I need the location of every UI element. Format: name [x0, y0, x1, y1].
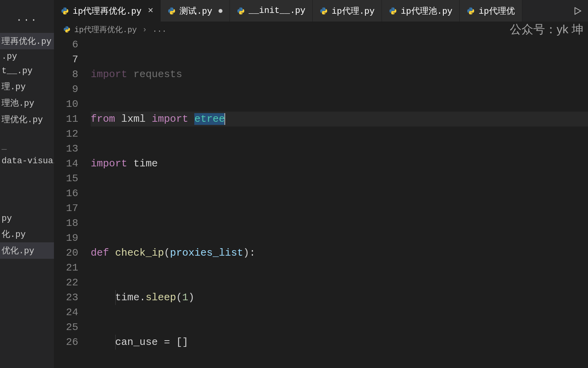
sidebar-item[interactable]: 理再优化.py — [0, 33, 54, 49]
tab-label: ip代理优 — [479, 5, 514, 17]
tab-active[interactable]: ip代理再优化.py × — [54, 0, 161, 22]
sidebar-item[interactable]: 理优化.py — [0, 111, 54, 128]
sidebar-item[interactable]: py — [0, 211, 54, 226]
tab[interactable]: 测试.py — [161, 0, 230, 22]
python-icon — [168, 7, 176, 15]
sidebar-item[interactable]: t__.py — [0, 64, 54, 78]
more-icon[interactable]: ··· — [0, 12, 54, 33]
tab-label: ip代理池.py — [401, 5, 452, 17]
sidebar-item[interactable]: 理池.py — [0, 95, 54, 111]
breadcrumb[interactable]: ip代理再优化.py › ... 公众号：yk 坤 — [54, 22, 588, 37]
chevron-right-icon: › — [142, 25, 147, 34]
close-icon[interactable]: × — [148, 5, 153, 16]
breadcrumb-more: ... — [152, 25, 167, 34]
sidebar-item[interactable]: .py — [0, 49, 54, 64]
sidebar-item[interactable]: _ — [0, 139, 54, 154]
code-content[interactable]: import requests from lxml import etree i… — [91, 37, 588, 368]
tab[interactable]: ip代理优 — [460, 0, 522, 22]
code-editor[interactable]: 67891011121314151617181920212223242526 i… — [54, 37, 588, 368]
tab[interactable]: ip代理.py — [313, 0, 382, 22]
watermark-text: 公众号：yk 坤 — [510, 22, 583, 38]
text-cursor — [224, 113, 225, 125]
sidebar-item[interactable]: data-visuali... — [0, 154, 54, 168]
python-icon — [63, 26, 70, 33]
tab[interactable]: ip代理池.py — [382, 0, 460, 22]
python-icon — [389, 7, 397, 15]
modified-dot-icon — [219, 9, 222, 13]
explorer-sidebar: ··· 理再优化.py .py t__.py 理.py 理池.py 理优化.py… — [0, 0, 54, 368]
sidebar-item[interactable]: 化.py — [0, 226, 54, 242]
tab-label: ip代理再优化.py — [73, 5, 142, 17]
tab-label: __init__.py — [249, 6, 305, 16]
tab[interactable]: __init__.py — [230, 0, 313, 22]
python-icon — [467, 7, 475, 15]
line-gutter: 67891011121314151617181920212223242526 — [54, 37, 91, 368]
python-icon — [61, 7, 69, 15]
tab-label: 测试.py — [179, 5, 212, 17]
tab-label: ip代理.py — [332, 5, 375, 17]
main-editor: ip代理再优化.py × 测试.py __init__.py ip代理.py i… — [54, 0, 588, 368]
sidebar-item[interactable]: 优化.py — [0, 242, 54, 259]
sidebar-item[interactable]: 理.py — [0, 78, 54, 95]
tab-bar: ip代理再优化.py × 测试.py __init__.py ip代理.py i… — [54, 0, 588, 22]
run-button[interactable] — [567, 0, 588, 22]
breadcrumb-file: ip代理再优化.py — [74, 24, 137, 35]
python-icon — [320, 7, 328, 15]
python-icon — [237, 7, 245, 15]
